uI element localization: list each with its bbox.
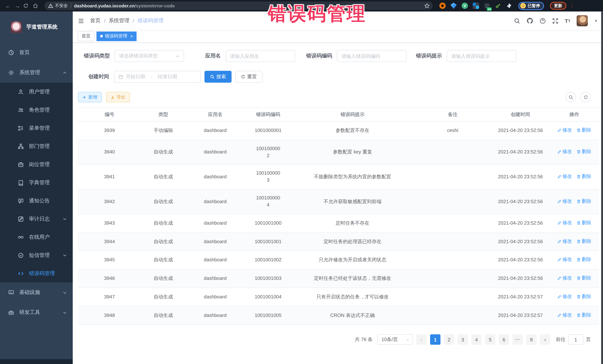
browser-update-button[interactable]: 更新 [550,2,566,10]
sidebar-item-error-code[interactable]: 错误码管理 [0,264,73,282]
delete-link[interactable]: 删除 [577,238,591,245]
export-button[interactable]: 导出 [106,92,130,102]
delete-link[interactable]: 删除 [577,173,591,180]
github-icon[interactable] [527,17,533,24]
sidebar-item-label: 审计日志 [29,216,58,222]
prev-page-button[interactable]: ‹ [416,334,427,345]
delete-link[interactable]: 删除 [577,275,591,282]
delete-link[interactable]: 删除 [577,198,591,205]
url-path[interactable]: /system/error-code [135,3,175,8]
browser-menu-icon[interactable]: ⋮ [570,5,573,7]
address-bar[interactable]: 不安全 dashboard.yudao.iocoder.cn/system/er… [45,1,433,10]
add-button[interactable]: 新增 [78,92,102,102]
sidebar-item-menus[interactable]: 菜单管理 [0,119,73,137]
profile-paused-badge[interactable]: ☺ 已暂停 [518,2,544,10]
page-button-5[interactable]: 5 [485,334,495,345]
vue-devtools-icon[interactable]: V [462,3,468,9]
goto-page-input[interactable] [568,334,583,345]
extension-list-icon[interactable]: on [484,3,490,9]
search-button[interactable]: 搜索 [204,71,232,83]
sidebar-item-online-users[interactable]: 在线用户 [0,228,73,246]
edit-link[interactable]: 修改 [557,293,572,300]
fullscreen-icon[interactable] [552,18,558,24]
edit-link[interactable]: 修改 [557,311,572,319]
security-label[interactable]: 不安全 [55,3,68,9]
page-button-6[interactable]: 6 [499,334,509,345]
delete-link[interactable]: 删除 [577,220,591,226]
edit-link[interactable]: 修改 [557,220,572,226]
delete-link[interactable]: 删除 [577,293,591,300]
app-name-input[interactable] [230,53,290,59]
extensions-puzzle-icon[interactable] [506,3,512,9]
edit-link[interactable]: 修改 [557,148,572,155]
delete-link[interactable]: 删除 [577,256,591,263]
delete-link[interactable]: 删除 [577,311,591,319]
app-logo[interactable]: 芋道管理系统 [0,11,73,43]
edit-link[interactable]: 修改 [557,275,572,282]
user-avatar[interactable] [577,15,588,26]
error-msg-input[interactable] [451,53,512,59]
megaphone-icon [18,198,24,204]
extension-gem-icon[interactable] [451,3,457,9]
next-page-button[interactable]: › [540,334,550,345]
page-button-3[interactable]: 3 [458,334,468,345]
back-icon[interactable]: ← [4,3,12,9]
cell-remark: ceshi [414,121,492,140]
extension-orange-icon[interactable] [439,3,446,9]
page-button-8[interactable]: 8 [526,334,537,345]
sidebar-item-notices[interactable]: 通知公告 [0,192,73,210]
sidebar-item-dev-tools[interactable]: 研发工具 [0,302,73,322]
edit-link[interactable]: 修改 [557,256,572,263]
extension-key-icon[interactable] [495,3,501,9]
error-code-input[interactable] [341,53,402,59]
trash-icon [577,313,580,317]
sidebar-item-audit-log[interactable]: 审计日志 [0,210,73,228]
pencil-icon [557,128,561,132]
reset-button[interactable]: 重置 [235,71,262,83]
edit-link[interactable]: 修改 [557,238,572,245]
download-icon [111,95,115,99]
breadcrumb-system[interactable]: 系统管理 [109,17,129,24]
search-icon[interactable] [514,18,520,24]
home-icon[interactable] [33,3,41,9]
tag-home[interactable]: 首页 [78,31,94,41]
edit-link[interactable]: 修改 [557,173,572,180]
hamburger-icon[interactable] [78,18,84,24]
sidebar-item-infrastructure[interactable]: 基础设施 [0,282,73,302]
sidebar-item-posts[interactable]: 岗位管理 [0,155,73,174]
close-icon[interactable]: × [130,33,133,39]
more-pages-button[interactable]: ••• [512,334,523,345]
tag-error-code[interactable]: 错误码管理 × [96,31,137,41]
delete-link[interactable]: 删除 [577,127,591,134]
sidebar-item-home[interactable]: 首页 [0,43,73,63]
date-range-picker[interactable]: 开始日期 - 结束日期 [114,71,201,83]
reload-icon[interactable] [23,3,31,9]
edit-link[interactable]: 修改 [557,198,572,205]
sidebar-item-dictionaries[interactable]: 字典管理 [0,174,73,192]
font-size-icon[interactable]: TT [565,18,570,24]
breadcrumb-home[interactable]: 首页 [90,17,101,24]
edit-link[interactable]: 修改 [557,127,572,134]
warning-icon[interactable] [48,3,53,8]
url-domain[interactable]: dashboard.yudao.iocoder.cn [74,3,135,8]
pencil-icon [557,150,561,154]
toggle-search-button[interactable] [566,92,576,102]
sidebar-item-departments[interactable]: 部门管理 [0,137,73,155]
forward-icon[interactable]: → [13,3,22,9]
sidebar-item-system[interactable]: 系统管理 [0,63,73,83]
refresh-table-button[interactable] [580,92,591,102]
bookmark-star-icon[interactable] [424,3,430,9]
sidebar-item-users[interactable]: 用户管理 [0,83,73,101]
page-button-4[interactable]: 4 [471,334,482,345]
error-type-select[interactable]: 请选择错误码类型 [115,50,184,62]
sidebar-item-sms[interactable]: 短信管理 [0,246,73,264]
help-icon[interactable] [540,18,546,24]
avatar-caret-icon[interactable]: ▼ [594,19,598,23]
page-button-1[interactable]: 1 [430,334,441,345]
page-scrollbar[interactable] [601,11,603,364]
sidebar-item-roles[interactable]: 角色管理 [0,101,73,119]
delete-link[interactable]: 删除 [577,148,591,155]
page-size-select[interactable]: 10条/页 [377,334,413,345]
page-button-2[interactable]: 2 [444,334,454,345]
extension-grid-icon[interactable] [473,3,479,9]
